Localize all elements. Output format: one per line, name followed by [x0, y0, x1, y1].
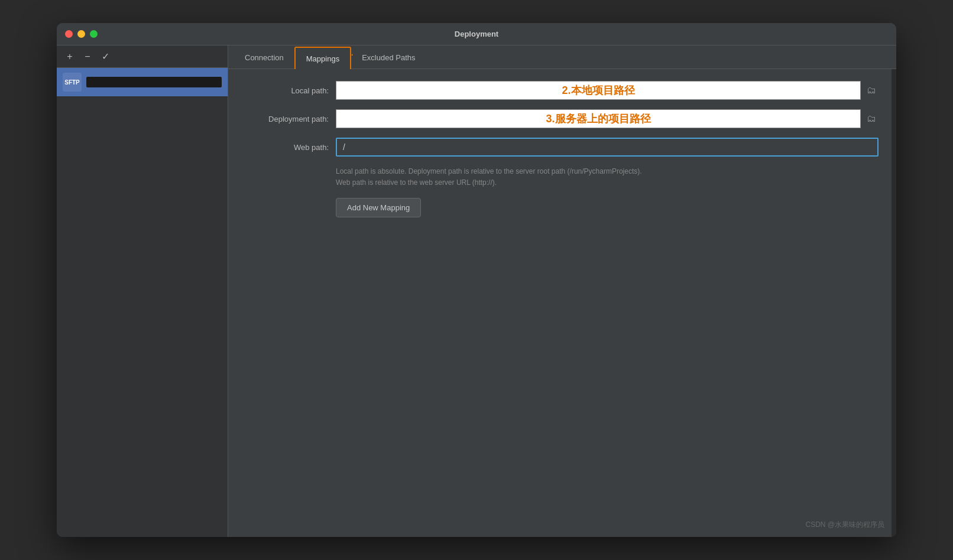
- folder-icon-2: 🗂: [867, 113, 876, 124]
- window-title: Deployment: [455, 30, 498, 38]
- window-body: + − ✓ SFTP 1. Connection Mappings: [57, 45, 896, 537]
- deployment-path-input-wrapper: 3.服务器上的项目路径 🗂: [336, 109, 879, 128]
- web-path-input[interactable]: [336, 138, 879, 157]
- local-path-folder-button[interactable]: 🗂: [864, 83, 879, 98]
- tab-excluded-paths[interactable]: Excluded Paths: [351, 46, 426, 69]
- deployment-window: Deployment + − ✓ SFTP 1. Connectio: [57, 23, 896, 537]
- close-button[interactable]: [65, 30, 73, 38]
- web-path-label: Web path:: [246, 143, 329, 152]
- remove-server-button[interactable]: −: [80, 50, 95, 64]
- tabs-bar: 1. Connection Mappings Excluded Paths: [228, 45, 896, 69]
- local-path-input-wrapper: 2.本地项目路径 🗂: [336, 81, 879, 100]
- sidebar-toolbar: + − ✓: [57, 45, 228, 68]
- title-bar: Deployment: [57, 23, 896, 45]
- deployment-path-folder-button[interactable]: 🗂: [864, 111, 879, 126]
- server-name-label: [86, 77, 222, 87]
- web-path-input-wrapper: [336, 138, 879, 157]
- sidebar: + − ✓ SFTP: [57, 45, 228, 537]
- deployment-path-input-area[interactable]: 3.服务器上的项目路径: [336, 109, 861, 128]
- deployment-path-annotation: 3.服务器上的项目路径: [546, 112, 650, 126]
- web-path-row: Web path:: [246, 138, 879, 157]
- server-list-item[interactable]: SFTP: [57, 68, 228, 96]
- traffic-lights: [65, 30, 98, 38]
- form-area: Local path: 2.本地项目路径 🗂 Deployment path:: [228, 69, 896, 229]
- deployment-path-label: Deployment path:: [246, 115, 329, 123]
- minimize-button[interactable]: [77, 30, 85, 38]
- deployment-path-row: Deployment path: 3.服务器上的项目路径 🗂: [246, 109, 879, 128]
- local-path-label: Local path:: [246, 86, 329, 95]
- folder-icon: 🗂: [867, 85, 876, 96]
- watermark: CSDN @水果味的程序员: [805, 520, 884, 530]
- local-path-annotation: 2.本地项目路径: [562, 83, 634, 97]
- sftp-icon: SFTP: [63, 73, 82, 92]
- maximize-button[interactable]: [90, 30, 98, 38]
- hint-text: Local path is absolute. Deployment path …: [336, 166, 879, 188]
- local-path-row: Local path: 2.本地项目路径 🗂: [246, 81, 879, 100]
- scrollbar[interactable]: [892, 69, 896, 537]
- tab-connection[interactable]: Connection: [234, 46, 294, 69]
- confirm-button[interactable]: ✓: [98, 50, 112, 64]
- tab-mappings[interactable]: Mappings: [294, 47, 351, 69]
- add-new-mapping-button[interactable]: Add New Mapping: [336, 198, 421, 217]
- main-content: 1. Connection Mappings Excluded Paths Lo…: [228, 45, 896, 537]
- add-server-button[interactable]: +: [63, 50, 77, 64]
- local-path-input-area[interactable]: 2.本地项目路径: [336, 81, 861, 100]
